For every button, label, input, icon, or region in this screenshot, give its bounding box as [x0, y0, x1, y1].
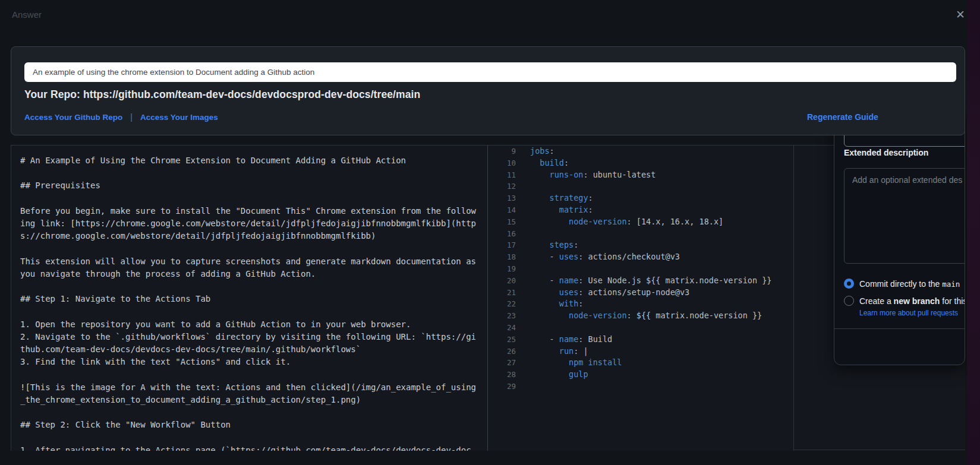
radio-unselected-icon[interactable]: [844, 296, 854, 306]
line-number: 21: [488, 287, 516, 299]
code-text: runs-on: ubuntu-latest: [516, 169, 656, 181]
code-line: 15 node-version: [14.x, 16.x, 18.x]: [488, 216, 793, 228]
code-text: steps:: [516, 239, 578, 251]
line-number: 15: [488, 216, 516, 228]
guide-title-input[interactable]: [24, 62, 956, 82]
regenerate-guide-link[interactable]: Regenerate Guide: [807, 112, 878, 122]
line-number: 29: [488, 381, 516, 393]
line-number: 14: [488, 204, 516, 216]
code-text: [516, 381, 530, 393]
code-text: [516, 181, 530, 192]
branch-name-code: main: [942, 280, 960, 289]
line-number: 10: [488, 157, 516, 169]
commit-directly-option[interactable]: Commit directly to the main: [844, 279, 960, 289]
repo-url-label: Your Repo: https://github.com/team-dev-d…: [24, 88, 420, 101]
line-number: 17: [488, 239, 516, 251]
code-line: 14 matrix:: [488, 204, 793, 216]
code-line: 25 - name: Build: [488, 334, 793, 346]
commit-changes-popover: Extended description Commit directly to …: [834, 110, 965, 365]
code-line: 17 steps:: [488, 239, 793, 251]
create-branch-option[interactable]: Create a new branch for this: [844, 296, 965, 306]
line-number: 20: [488, 275, 516, 287]
code-text: node-version: ${{ matrix.node-version }}: [516, 310, 762, 322]
links-row: Access Your Github Repo | Access Your Im…: [24, 112, 218, 122]
learn-more-pull-requests-link[interactable]: Learn more about pull requests: [859, 309, 958, 317]
code-line: 29: [488, 381, 793, 393]
yaml-code-pane[interactable]: 9jobs:10 build:11 runs-on: ubuntu-latest…: [488, 145, 794, 451]
answer-modal: Answer ✕ Your Repo: https://github.com/t…: [0, 0, 980, 465]
line-number: 13: [488, 192, 516, 204]
popover-divider: [834, 328, 965, 329]
code-line: 20 - name: Use Node.js ${{ matrix.node-v…: [488, 275, 793, 287]
code-line: 11 runs-on: ubuntu-latest: [488, 169, 793, 181]
line-number: 24: [488, 322, 516, 334]
code-line: 9jobs:: [488, 145, 793, 157]
code-line: 10 build:: [488, 157, 793, 169]
code-lines: 9jobs:10 build:11 runs-on: ubuntu-latest…: [488, 145, 793, 393]
code-line: 18 - uses: actions/checkout@v3: [488, 251, 793, 263]
access-images-link[interactable]: Access Your Images: [140, 113, 218, 122]
code-line: 24: [488, 322, 793, 334]
modal-title: Answer: [12, 10, 42, 20]
line-number: 16: [488, 228, 516, 240]
code-line: 23 node-version: ${{ matrix.node-version…: [488, 310, 793, 322]
code-text: [516, 228, 530, 240]
code-line: 21 uses: actions/setup-node@v3: [488, 287, 793, 299]
close-icon[interactable]: ✕: [953, 7, 968, 23]
code-text: [516, 322, 530, 334]
line-number: 23: [488, 310, 516, 322]
code-line: 26 run: |: [488, 346, 793, 358]
code-line: 13 strategy:: [488, 192, 793, 204]
code-text: node-version: [14.x, 16.x, 18.x]: [516, 216, 723, 228]
editor-region: # An Example of Using the Chrome Extensi…: [11, 145, 965, 450]
commit-directly-label: Commit directly to the main: [859, 279, 960, 289]
code-line: 27 npm install: [488, 357, 793, 369]
code-line: 19: [488, 263, 793, 275]
radio-selected-icon[interactable]: [844, 279, 854, 289]
code-text: build:: [516, 157, 569, 169]
guide-header-card: Your Repo: https://github.com/team-dev-d…: [11, 46, 965, 135]
markdown-content[interactable]: # An Example of Using the Chrome Extensi…: [20, 154, 484, 451]
link-separator: |: [130, 112, 133, 122]
line-number: 19: [488, 263, 516, 275]
code-text: with:: [516, 298, 583, 310]
code-text: [516, 263, 530, 275]
line-number: 22: [488, 298, 516, 310]
code-text: uses: actions/setup-node@v3: [516, 287, 689, 299]
line-number: 12: [488, 181, 516, 192]
code-text: strategy:: [516, 192, 593, 204]
code-text: - uses: actions/checkout@v3: [516, 251, 680, 263]
code-text: jobs:: [516, 145, 554, 157]
code-text: run: |: [516, 346, 588, 358]
line-number: 26: [488, 346, 516, 358]
page-background-strip: [967, 0, 980, 465]
code-line: 22 with:: [488, 298, 793, 310]
access-github-repo-link[interactable]: Access Your Github Repo: [24, 113, 122, 122]
code-line: 12: [488, 181, 793, 192]
markdown-editor-pane[interactable]: # An Example of Using the Chrome Extensi…: [11, 145, 488, 451]
code-text: gulp: [516, 369, 588, 381]
code-text: matrix:: [516, 204, 593, 216]
create-branch-label: Create a new branch for this: [859, 296, 965, 306]
code-text: npm install: [516, 357, 622, 369]
line-number: 28: [488, 369, 516, 381]
extended-description-label: Extended description: [844, 148, 928, 157]
code-line: 16: [488, 228, 793, 240]
line-number: 9: [488, 145, 516, 157]
code-line: 28 gulp: [488, 369, 793, 381]
line-number: 11: [488, 169, 516, 181]
line-number: 27: [488, 357, 516, 369]
extended-description-textarea[interactable]: [844, 168, 965, 264]
line-number: 25: [488, 334, 516, 346]
code-text: - name: Use Node.js ${{ matrix.node-vers…: [516, 275, 771, 287]
code-text: - name: Build: [516, 334, 612, 346]
line-number: 18: [488, 251, 516, 263]
